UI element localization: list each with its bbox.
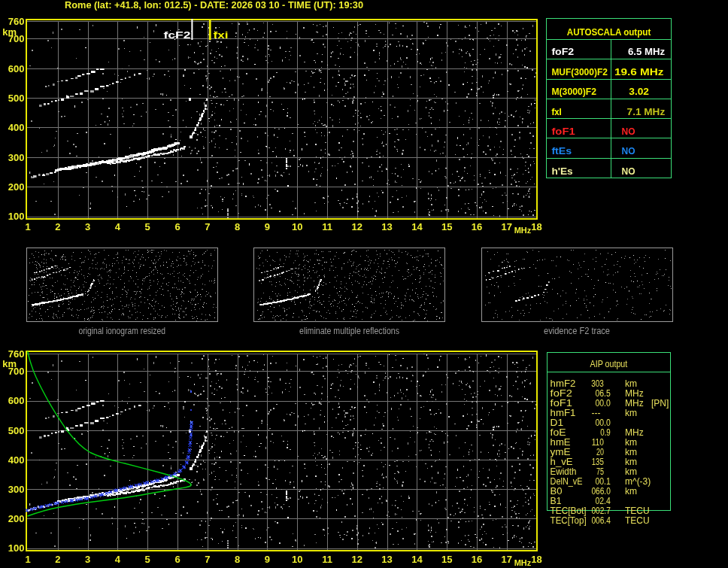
- svg-text:NO: NO: [622, 166, 635, 177]
- svg-text:foF2: foF2: [551, 388, 573, 399]
- svg-text:75: 75: [596, 466, 604, 477]
- svg-text:17: 17: [502, 221, 512, 232]
- svg-text:20: 20: [596, 447, 604, 457]
- svg-text:fxi: fxi: [214, 29, 229, 41]
- svg-text:7: 7: [205, 554, 210, 565]
- svg-text:8: 8: [235, 221, 240, 232]
- svg-text:DelN_vE: DelN_vE: [551, 476, 583, 487]
- svg-text:MHz: MHz: [514, 558, 532, 567]
- svg-text:300: 300: [8, 484, 25, 495]
- svg-text:AUTOSCALA output: AUTOSCALA output: [567, 26, 651, 38]
- svg-text:MHz: MHz: [514, 226, 532, 235]
- svg-text:MHz: MHz: [625, 427, 644, 438]
- svg-text:16: 16: [472, 221, 482, 232]
- svg-text:600: 600: [8, 395, 25, 406]
- svg-text:10: 10: [292, 554, 302, 565]
- svg-text:MUF(3000)F2: MUF(3000)F2: [551, 66, 608, 77]
- svg-text:15: 15: [441, 221, 452, 232]
- svg-text:km: km: [2, 358, 17, 369]
- svg-text:B0: B0: [551, 486, 563, 497]
- svg-text:200: 200: [8, 181, 25, 193]
- svg-text:km: km: [625, 466, 637, 477]
- svg-text:500: 500: [8, 93, 25, 104]
- svg-text:foF1: foF1: [551, 398, 573, 409]
- svg-text:16: 16: [472, 554, 482, 565]
- svg-text:3: 3: [85, 554, 90, 565]
- svg-text:m^(-3): m^(-3): [625, 476, 651, 487]
- svg-text:D1: D1: [551, 418, 564, 428]
- svg-text:00.1: 00.1: [596, 476, 611, 487]
- svg-text:15: 15: [441, 554, 452, 565]
- svg-text:12: 12: [352, 554, 362, 565]
- svg-text:9: 9: [265, 221, 270, 232]
- svg-text:ymE: ymE: [551, 447, 571, 457]
- svg-text:7: 7: [205, 221, 210, 232]
- svg-text:13: 13: [381, 221, 392, 232]
- svg-text:002.7: 002.7: [592, 506, 611, 516]
- svg-text:hmF2: hmF2: [551, 378, 576, 389]
- svg-text:km: km: [625, 408, 637, 418]
- svg-text:06.5: 06.5: [596, 388, 611, 399]
- svg-text:066.0: 066.0: [592, 486, 611, 497]
- svg-text:17: 17: [502, 554, 512, 565]
- svg-text:fcF2: fcF2: [164, 29, 191, 41]
- svg-text:13: 13: [381, 554, 392, 565]
- svg-text:NO: NO: [622, 126, 635, 137]
- svg-text:5: 5: [145, 554, 150, 565]
- svg-text:18: 18: [531, 554, 541, 565]
- svg-text:100: 100: [8, 211, 25, 222]
- svg-text:original ionogram resized: original ionogram resized: [79, 326, 165, 336]
- svg-text:km: km: [2, 26, 17, 38]
- svg-text:303: 303: [591, 378, 604, 389]
- svg-text:evidence F2 trace: evidence F2 trace: [544, 326, 610, 336]
- svg-text:NO: NO: [622, 145, 635, 156]
- svg-text:600: 600: [8, 63, 25, 74]
- svg-text:TEC[Top]: TEC[Top]: [551, 515, 587, 526]
- svg-text:3: 3: [85, 221, 90, 232]
- svg-text:hmE: hmE: [551, 437, 571, 448]
- svg-text:6.5 MHz: 6.5 MHz: [628, 46, 666, 57]
- svg-text:1: 1: [25, 221, 30, 232]
- svg-text:11: 11: [322, 554, 332, 565]
- svg-text:1: 1: [25, 554, 30, 565]
- svg-text:11: 11: [322, 221, 332, 232]
- svg-text:km: km: [625, 447, 637, 457]
- svg-text:400: 400: [8, 454, 25, 466]
- svg-text:TECU: TECU: [625, 515, 650, 526]
- svg-text:100: 100: [8, 542, 25, 554]
- svg-text:km: km: [625, 486, 637, 497]
- svg-text:135: 135: [592, 457, 604, 467]
- svg-text:18: 18: [531, 221, 541, 232]
- svg-text:7.1 MHz: 7.1 MHz: [627, 106, 666, 117]
- svg-text:00.0: 00.0: [596, 418, 611, 428]
- svg-text:6: 6: [174, 221, 180, 232]
- svg-text:10: 10: [292, 221, 302, 232]
- svg-text:300: 300: [8, 152, 25, 163]
- svg-text:foF1: foF1: [551, 126, 575, 137]
- svg-text:006.4: 006.4: [592, 515, 611, 526]
- svg-text:eliminate multiple reflections: eliminate multiple reflections: [299, 326, 399, 336]
- svg-text:500: 500: [8, 425, 25, 436]
- svg-text:2: 2: [55, 554, 60, 565]
- svg-text:---: ---: [592, 408, 601, 418]
- svg-text:h'Es: h'Es: [551, 166, 572, 177]
- svg-text:B1: B1: [551, 496, 562, 506]
- svg-text:TEC[Bot]: TEC[Bot]: [551, 506, 587, 516]
- svg-text:2: 2: [55, 221, 60, 232]
- svg-text:[PN]: [PN]: [651, 398, 669, 409]
- svg-text:6: 6: [174, 554, 180, 565]
- svg-text:ftEs: ftEs: [551, 145, 572, 156]
- svg-text:9: 9: [265, 554, 270, 565]
- svg-text:19.6 MHz: 19.6 MHz: [614, 66, 664, 77]
- svg-text:110: 110: [592, 437, 604, 448]
- svg-text:8: 8: [235, 554, 240, 565]
- svg-text:400: 400: [8, 122, 25, 133]
- svg-text:200: 200: [8, 513, 25, 524]
- svg-text:AIP output: AIP output: [590, 359, 628, 369]
- svg-text:foF2: foF2: [551, 46, 574, 57]
- svg-text:0.9: 0.9: [600, 427, 611, 438]
- svg-text:14: 14: [411, 554, 423, 565]
- svg-text:14: 14: [411, 221, 423, 232]
- svg-text:foE: foE: [551, 427, 566, 438]
- svg-text:5: 5: [145, 221, 150, 232]
